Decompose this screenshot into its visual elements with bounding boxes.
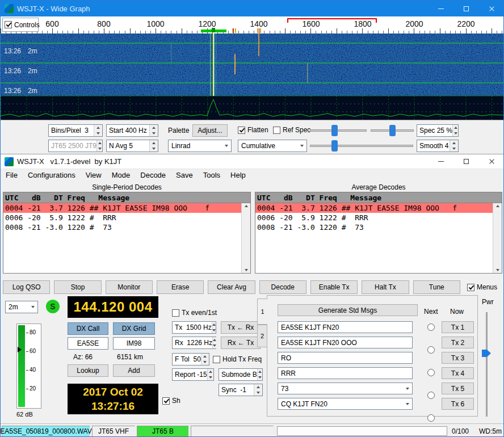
tx4-button[interactable]: Tx 4 [442, 367, 474, 379]
spinner-arrows-icon[interactable] [254, 384, 262, 396]
add-button[interactable]: Add [113, 364, 155, 377]
tx-message-3-input[interactable]: RO [278, 352, 413, 364]
rx-from-tx-button[interactable]: Rx ← Tx [221, 337, 261, 349]
report-spinner[interactable]: Report -15 [172, 368, 214, 381]
tx-message-4-input[interactable]: RRR [278, 367, 413, 379]
spinner-arrows-icon[interactable] [212, 322, 216, 333]
spinner-arrows-icon[interactable] [450, 140, 458, 152]
main-minimize-button[interactable] [428, 154, 453, 169]
slider-handle[interactable] [482, 350, 491, 357]
dx-call-button[interactable]: DX Call [68, 322, 108, 335]
average-decode-list[interactable]: 0004 -21 3.7 1226 ## K1JT EA5SE IM98 OOO… [255, 203, 493, 273]
waterfall[interactable]: 13:26 2m 13:26 2m 13:26 2m [1, 33, 504, 120]
spinner-arrows-icon[interactable] [201, 354, 209, 365]
main-close-button[interactable] [479, 154, 504, 169]
chevron-down-icon[interactable] [297, 140, 306, 152]
rx-freq-spinner[interactable]: Rx 1226 Hz [172, 337, 216, 349]
menu-tools[interactable]: Tools [198, 169, 225, 182]
scroll-up-icon[interactable] [496, 205, 499, 207]
wg-close-button[interactable] [479, 1, 504, 16]
tx-message-1-input[interactable]: EA5SE K1JT FN20 [278, 321, 413, 333]
chevron-down-icon[interactable] [403, 398, 412, 409]
palette-combo[interactable]: Linrad [168, 140, 232, 152]
hold-tx-freq-checkbox[interactable]: Hold Tx Freq [213, 355, 262, 363]
generate-std-msgs-button[interactable]: Generate Std Msgs [278, 304, 418, 316]
dx-grid-button[interactable]: DX Grid [113, 322, 155, 335]
wav-file-label[interactable]: EA5SE_050819_000800.WAV [2, 426, 90, 437]
tx-freq-spinner[interactable]: Tx 1500 Hz [172, 321, 216, 334]
decode-button[interactable]: Decode [259, 280, 306, 294]
tx5-button[interactable]: Tx 5 [442, 383, 474, 394]
spinner-arrows-icon[interactable] [94, 125, 102, 136]
next-radio-3[interactable] [427, 369, 435, 376]
next-radio-1[interactable] [427, 323, 435, 331]
display-mode-combo[interactable]: Cumulative [238, 140, 307, 152]
decode-row[interactable]: 0004 -21 3.7 1226 ## K1JT EA5SE IM98 OOO… [3, 203, 241, 213]
menu-configurations[interactable]: Configurations [23, 169, 81, 182]
wg-maximize-button[interactable] [453, 1, 479, 16]
main-titlebar[interactable]: WSJT-X v1.7.1-devel by K1JT [1, 154, 504, 169]
menu-decode[interactable]: Decode [135, 169, 171, 182]
spinner-arrows-icon[interactable] [452, 125, 458, 136]
tx1-button[interactable]: Tx 1 [442, 321, 474, 333]
dx-call-input[interactable]: EA5SE [68, 337, 108, 350]
flatten-checkbox[interactable]: Flatten [238, 126, 268, 134]
chevron-down-icon[interactable] [28, 301, 37, 313]
sync-spinner[interactable]: Sync -1 [219, 384, 263, 396]
slider-groove[interactable] [310, 129, 367, 132]
next-radio-5[interactable] [427, 414, 435, 422]
menu-view[interactable]: View [81, 169, 107, 182]
tab-2[interactable]: 2 [257, 325, 267, 347]
menus-checkbox[interactable]: Menus [467, 283, 497, 291]
main-maximize-button[interactable] [453, 154, 479, 169]
decode-row[interactable]: 0004 -21 3.7 1226 ## K1JT EA5SE IM98 OOO… [255, 203, 493, 213]
slider-groove[interactable] [310, 145, 413, 147]
chevron-down-icon[interactable] [222, 140, 231, 152]
tune-button[interactable]: Tune [413, 280, 460, 294]
decode-row[interactable]: 0008 -21 -3.0 1220 # 73 [255, 222, 493, 232]
tx-even-checkbox[interactable]: Tx even/1st [172, 309, 217, 317]
monitor-button[interactable]: Monitor [106, 280, 153, 294]
scrollbar[interactable] [493, 203, 502, 273]
enable-tx-button[interactable]: Enable Tx [310, 280, 358, 294]
pwr-slider[interactable] [481, 312, 492, 417]
menu-save[interactable]: Save [171, 169, 198, 182]
scroll-down-icon[interactable] [496, 269, 499, 271]
wide-graph-titlebar[interactable]: WSJT-X - Wide Graph [1, 1, 504, 16]
tab-1[interactable]: 1 [257, 299, 267, 325]
dx-grid-input[interactable]: IM98 [113, 337, 155, 350]
scrollbar[interactable] [241, 203, 250, 273]
erase-button[interactable]: Erase [157, 280, 204, 294]
tx-from-rx-button[interactable]: Tx ← Rx [221, 321, 261, 334]
chevron-down-icon[interactable] [403, 383, 412, 394]
spinner-arrows-icon[interactable] [212, 337, 216, 348]
zero-slider[interactable] [371, 125, 414, 136]
tx-message-2-input[interactable]: EA5SE K1JT FN20 OOO [278, 337, 413, 348]
slider-handle[interactable] [331, 125, 338, 136]
tx6-button[interactable]: Tx 6 [442, 398, 474, 410]
halt-tx-button[interactable]: Halt Tx [362, 280, 409, 294]
averaging-slider[interactable] [310, 140, 413, 152]
log-qso-button[interactable]: Log QSO [3, 280, 50, 294]
decode-row[interactable]: 0006 -20 5.9 1222 # RRR [255, 213, 493, 222]
band-combo[interactable]: 2m [5, 301, 38, 313]
spinner-arrows-icon[interactable] [149, 140, 158, 152]
gain-slider[interactable] [310, 125, 367, 136]
decode-row[interactable]: 0006 -20 5.9 1222 # RRR [3, 213, 241, 222]
menu-file[interactable]: File [1, 169, 23, 182]
submode-spinner[interactable]: Submode B [219, 368, 263, 381]
spec-percent-spinner[interactable]: Spec 25 % [417, 124, 459, 137]
ref-spec-checkbox[interactable]: Ref Spec [273, 126, 310, 134]
tx-message-5-combo[interactable]: 73 [278, 383, 413, 394]
slider-handle[interactable] [331, 140, 338, 152]
start-freq-spinner[interactable]: Start 400 Hz [106, 124, 158, 137]
menu-mode[interactable]: Mode [107, 169, 136, 182]
sh-checkbox[interactable]: Sh [162, 397, 180, 405]
spinner-arrows-icon[interactable] [257, 369, 262, 380]
slider-groove[interactable] [486, 312, 488, 417]
tx-message-6-combo[interactable]: CQ K1JT FN20 [278, 398, 413, 410]
wg-minimize-button[interactable] [428, 1, 453, 16]
single-decode-list[interactable]: 0004 -21 3.7 1226 ## K1JT EA5SE IM98 OOO… [3, 203, 241, 273]
stop-button[interactable]: Stop [54, 280, 101, 294]
f-tol-spinner[interactable]: F Tol 50 [172, 353, 209, 365]
